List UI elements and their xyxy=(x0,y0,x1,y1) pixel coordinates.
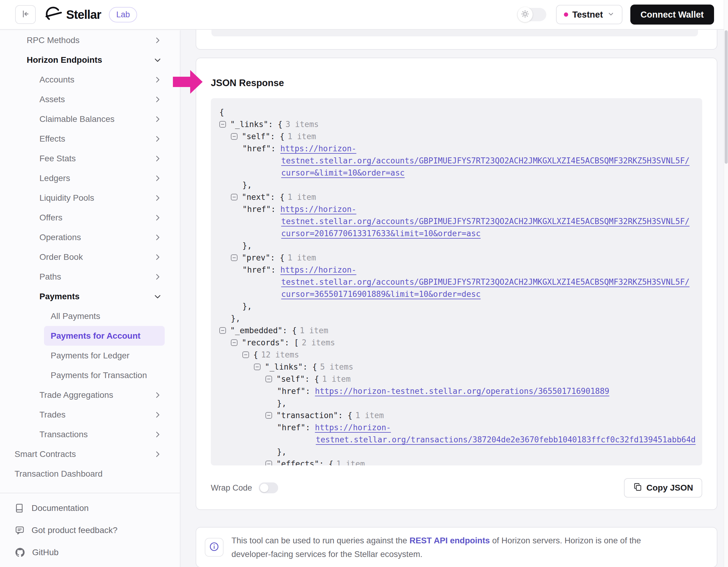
json-url-link[interactable]: testnet.stellar.org/transactions/387204d… xyxy=(316,435,696,444)
sidebar-item-label: Claimable Balances xyxy=(39,114,114,124)
json-row: cursor=2016770613317633&limit=10&order=a… xyxy=(219,228,694,240)
sidebar-nav: RPC Methods Horizon Endpoints Accounts A… xyxy=(0,30,180,567)
sidebar-footer-link[interactable]: Got product feedback? xyxy=(0,519,180,541)
sidebar-item[interactable]: Effects xyxy=(0,129,180,149)
collapse-node-icon[interactable] xyxy=(231,133,238,140)
json-row: testnet.stellar.org/accounts/GBPIMUEJFYS… xyxy=(219,215,694,228)
json-row: "prev": {1 item xyxy=(219,252,694,264)
sidebar-footer-link[interactable]: GitHub xyxy=(0,541,180,563)
sidebar-item[interactable]: Payments for Ledger xyxy=(0,346,180,365)
chevron-right-icon xyxy=(153,214,162,222)
theme-toggle[interactable] xyxy=(517,8,546,21)
sidebar-item[interactable]: Transaction Dashboard xyxy=(0,464,180,484)
scrollbar-thumb[interactable] xyxy=(725,30,728,164)
wrap-code-toggle[interactable] xyxy=(259,482,278,493)
json-url-link[interactable]: cursor=&limit=10&order=asc xyxy=(281,168,405,177)
collapse-node-icon[interactable] xyxy=(242,351,249,358)
page-scrollbar[interactable] xyxy=(724,0,728,567)
sidebar-item[interactable]: Liquidity Pools xyxy=(0,188,180,208)
sidebar-footer-label: Documentation xyxy=(32,503,89,513)
sidebar-item[interactable]: Trades xyxy=(0,405,180,424)
collapse-node-icon[interactable] xyxy=(265,376,272,382)
json-row: testnet.stellar.org/accounts/GBPIMUEJFYS… xyxy=(219,276,694,288)
sidebar-item[interactable]: Payments for Transaction xyxy=(0,365,180,385)
chevron-right-icon xyxy=(153,174,162,182)
json-url-link[interactable]: testnet.stellar.org/accounts/GBPIMUEJFYS… xyxy=(281,278,689,286)
json-row: "href": https://horizon- xyxy=(219,203,694,215)
json-url-link[interactable]: https://horizon- xyxy=(280,144,356,153)
sidebar-item[interactable]: Assets xyxy=(0,89,180,109)
sidebar-item[interactable]: RPC Methods xyxy=(0,30,180,50)
copy-json-label: Copy JSON xyxy=(646,483,693,493)
json-row: testnet.stellar.org/transactions/387204d… xyxy=(219,434,694,446)
sidebar-item[interactable]: Ledgers xyxy=(0,168,180,188)
json-response-title: JSON Response xyxy=(211,78,702,89)
json-url-link[interactable]: https://horizon- xyxy=(280,265,356,275)
sidebar-item[interactable]: Trade Aggregations xyxy=(0,385,180,405)
copy-icon xyxy=(633,482,642,494)
json-url-link[interactable]: https://horizon- xyxy=(280,205,356,214)
sidebar-item[interactable]: Operations xyxy=(0,228,180,247)
sidebar-item[interactable]: Fee Stats xyxy=(0,149,180,168)
sidebar-item[interactable]: Claimable Balances xyxy=(0,109,180,129)
json-url-link[interactable]: cursor=365501716901889&limit=10&order=de… xyxy=(281,289,480,299)
previous-section-card xyxy=(196,30,717,50)
json-row: "href": https://horizon- xyxy=(219,421,694,434)
chevron-right-icon xyxy=(153,233,162,241)
collapse-node-icon[interactable] xyxy=(231,339,238,346)
sidebar-item[interactable]: Accounts xyxy=(0,70,180,89)
json-url-link[interactable]: https://horizon-testnet.stellar.org/oper… xyxy=(315,386,609,396)
chevron-right-icon xyxy=(153,194,162,202)
json-viewer[interactable]: { "_links": {3 items "self": {1 item "hr… xyxy=(211,98,702,465)
sidebar-footer-link[interactable]: Documentation xyxy=(0,497,180,519)
collapse-node-icon[interactable] xyxy=(265,412,272,419)
rest-api-endpoints-link[interactable]: REST API endpoints xyxy=(409,536,490,545)
json-url-link[interactable]: https://horizon- xyxy=(315,423,391,432)
sidebar-item-label: All Payments xyxy=(51,311,100,321)
sidebar-item[interactable]: Payments xyxy=(0,286,180,306)
json-row: testnet.stellar.org/accounts/GBPIMUEJFYS… xyxy=(219,155,694,167)
main-content: JSON Response { "_links": {3 items "self… xyxy=(181,30,724,567)
lab-badge: Lab xyxy=(109,7,137,22)
json-url-link[interactable]: testnet.stellar.org/accounts/GBPIMUEJFYS… xyxy=(281,156,689,165)
collapse-node-icon[interactable] xyxy=(219,327,226,334)
json-url-link[interactable]: testnet.stellar.org/accounts/GBPIMUEJFYS… xyxy=(281,217,689,226)
sidebar-collapse-button[interactable] xyxy=(15,5,36,24)
sidebar-item-label: Liquidity Pools xyxy=(39,193,94,203)
connect-wallet-button[interactable]: Connect Wallet xyxy=(630,5,714,25)
network-status-dot xyxy=(564,12,568,17)
collapse-node-icon[interactable] xyxy=(254,363,261,370)
brand-logo[interactable]: Stellar Lab xyxy=(45,6,137,23)
sidebar-item[interactable]: Paths xyxy=(0,267,180,286)
chevron-right-icon xyxy=(153,154,162,163)
network-selector[interactable]: Testnet xyxy=(556,5,622,24)
sidebar-item-label: Trade Aggregations xyxy=(39,390,113,400)
sidebar-item-label: Transaction Dashboard xyxy=(15,469,103,479)
collapse-node-icon[interactable] xyxy=(231,255,238,261)
sidebar-item-label: Payments for Account xyxy=(51,331,140,341)
chevron-right-icon xyxy=(153,273,162,281)
sidebar-item[interactable]: All Payments xyxy=(0,306,180,326)
sidebar-item[interactable]: Offers xyxy=(0,208,180,228)
sidebar-item[interactable]: Payments for Account xyxy=(44,326,165,346)
chevron-right-icon xyxy=(153,36,162,44)
collapse-node-icon[interactable] xyxy=(265,461,272,465)
chevron-right-icon xyxy=(153,115,162,123)
sidebar-item-label: Paths xyxy=(39,272,61,282)
json-row: }, xyxy=(219,397,694,409)
sidebar-item[interactable]: Order Book xyxy=(0,247,180,267)
info-text: This tool can be used to run queries aga… xyxy=(231,534,680,561)
copy-json-button[interactable]: Copy JSON xyxy=(624,478,702,498)
collapse-sidebar-icon xyxy=(20,9,31,20)
collapse-node-icon[interactable] xyxy=(231,194,238,201)
json-row: "_links": {3 items xyxy=(219,118,694,130)
info-icon-box xyxy=(205,538,224,557)
collapse-node-icon[interactable] xyxy=(219,121,226,128)
json-row: "href": https://horizon- xyxy=(219,264,694,276)
sidebar-item-label: Payments xyxy=(39,292,79,301)
sidebar-item[interactable]: Smart Contracts xyxy=(0,444,180,464)
json-url-link[interactable]: cursor=2016770613317633&limit=10&order=a… xyxy=(281,229,480,238)
sidebar-item[interactable]: Horizon Endpoints xyxy=(0,50,180,70)
sidebar-item[interactable]: Transactions xyxy=(0,424,180,444)
info-banner: This tool can be used to run queries aga… xyxy=(196,527,717,567)
